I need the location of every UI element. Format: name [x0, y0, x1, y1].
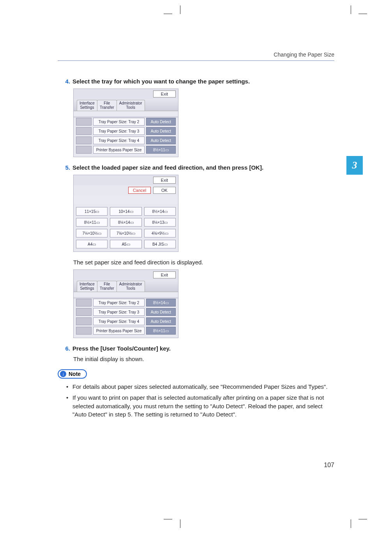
tray-value[interactable]: Auto Detect [146, 317, 176, 325]
crop-mark [164, 14, 172, 14]
tray-list: Tray Paper Size: Tray 2 8½×14▭ Tray Pape… [74, 299, 178, 338]
header-rule [58, 60, 334, 61]
step-6: 6. Press the [User Tools/Counter] key. T… [58, 345, 334, 362]
tab-administrator-tools[interactable]: Administrator Tools [117, 100, 145, 111]
note-list: For details about paper sizes selected a… [66, 383, 334, 419]
row-stub [76, 118, 92, 126]
tray-value[interactable]: 8½×11▭ [146, 146, 176, 154]
chapter-tab: 3 [346, 156, 363, 175]
note-badge: ↓ Note [58, 369, 87, 379]
size-option[interactable]: 4⅛×9½▭ [144, 229, 176, 237]
step-4: 4. Select the tray for which you want to… [58, 78, 334, 157]
step-text: Select the tray for which you want to ch… [72, 78, 334, 85]
tray-label[interactable]: Tray Paper Size: Tray 2 [93, 299, 145, 306]
step-text: Press the [User Tools/Counter] key. [72, 345, 334, 352]
tab-interface-settings[interactable]: Interface Settings [77, 100, 97, 111]
page-number: 107 [324, 462, 334, 469]
step-number: 4. [58, 78, 70, 85]
tray-label[interactable]: Printer Bypass Paper Size [93, 146, 145, 154]
table-row: Tray Paper Size: Tray 3 Auto Detect [76, 127, 176, 135]
tray-label[interactable]: Tray Paper Size: Tray 4 [93, 317, 145, 325]
tray-value[interactable]: Auto Detect [146, 136, 176, 144]
table-row: Tray Paper Size: Tray 3 Auto Detect [76, 308, 176, 316]
running-header: Changing the Paper Size [274, 51, 334, 58]
screenshot-tray-settings-after: Exit Interface Settings File Transfer Ad… [73, 269, 178, 338]
table-row: Tray Paper Size: Tray 4 Auto Detect [76, 317, 176, 325]
screenshot-paper-size-picker: Exit Cancel OK 11×15▭ 10×14▭ 8½×14▭ 8½×1… [73, 175, 178, 252]
settings-tabs: Interface Settings File Transfer Adminis… [74, 99, 178, 111]
size-option[interactable]: 7¼×10½▭ [76, 229, 108, 237]
crop-mark [358, 519, 367, 519]
table-row: Printer Bypass Paper Size 8½×11▭ [76, 327, 176, 335]
exit-button[interactable]: Exit [153, 271, 176, 278]
size-option[interactable]: A5▭ [110, 240, 141, 248]
cancel-button[interactable]: Cancel [128, 187, 151, 194]
tab-file-transfer[interactable]: File Transfer [97, 100, 117, 111]
exit-button[interactable]: Exit [153, 177, 176, 184]
table-row: Printer Bypass Paper Size 8½×11▭ [76, 146, 176, 154]
row-stub [76, 327, 92, 335]
tray-label[interactable]: Tray Paper Size: Tray 3 [93, 308, 145, 316]
note-label: Note [69, 371, 81, 377]
size-option[interactable]: 8¼×14▭ [110, 218, 141, 227]
tab-file-transfer[interactable]: File Transfer [97, 281, 117, 292]
tray-list: Tray Paper Size: Tray 2 Auto Detect Tray… [74, 118, 178, 157]
tray-value[interactable]: Auto Detect [146, 308, 176, 316]
down-arrow-icon: ↓ [60, 371, 66, 377]
body-content: 4. Select the tray for which you want to… [58, 78, 334, 480]
size-option[interactable]: A4▭ [76, 240, 108, 248]
list-item: If you want to print on paper that is se… [66, 393, 334, 419]
screenshot-tray-settings: Exit Interface Settings File Transfer Ad… [73, 89, 178, 157]
crop-mark [180, 5, 180, 14]
size-option[interactable]: 8½×11▭ [76, 218, 108, 227]
list-item: For details about paper sizes selected a… [66, 383, 334, 391]
tray-label[interactable]: Printer Bypass Paper Size [93, 327, 145, 335]
tray-value[interactable]: 8½×14▭ [146, 299, 176, 306]
tray-label[interactable]: Tray Paper Size: Tray 2 [93, 118, 145, 126]
row-stub [76, 308, 92, 316]
table-row: Tray Paper Size: Tray 4 Auto Detect [76, 136, 176, 144]
crop-mark [351, 519, 351, 528]
row-stub [76, 299, 92, 306]
table-row: Tray Paper Size: Tray 2 Auto Detect [76, 118, 176, 126]
exit-button[interactable]: Exit [153, 90, 176, 97]
paper-size-grid: 11×15▭ 10×14▭ 8½×14▭ 8½×11▭ 8¼×14▭ 8¼×13… [76, 207, 176, 248]
tray-label[interactable]: Tray Paper Size: Tray 4 [93, 136, 145, 144]
crop-mark [358, 14, 367, 14]
row-stub [76, 127, 92, 135]
tray-value[interactable]: 8½×11▭ [146, 327, 176, 335]
tray-value[interactable]: Auto Detect [146, 118, 176, 126]
table-row: Tray Paper Size: Tray 2 8½×14▭ [76, 299, 176, 306]
crop-mark [164, 519, 172, 519]
step-subtext: The set paper size and feed direction is… [73, 259, 334, 266]
row-stub [76, 136, 92, 144]
tray-value[interactable]: Auto Detect [146, 127, 176, 135]
tab-interface-settings[interactable]: Interface Settings [77, 281, 97, 292]
page: Changing the Paper Size 3 4. Select the … [0, 0, 392, 535]
step-5: 5. Select the loaded paper size and feed… [58, 164, 334, 338]
size-option[interactable]: 7⅛×10½▭ [110, 229, 141, 237]
ok-button[interactable]: OK [153, 187, 176, 194]
row-stub [76, 317, 92, 325]
step-text: Select the loaded paper size and feed di… [72, 164, 334, 171]
size-option[interactable]: B4 JIS▭ [144, 240, 176, 248]
settings-tabs: Interface Settings File Transfer Adminis… [74, 280, 178, 292]
step-number: 6. [58, 345, 70, 352]
tab-administrator-tools[interactable]: Administrator Tools [117, 281, 145, 292]
crop-mark [180, 519, 180, 528]
step-number: 5. [58, 164, 70, 171]
row-stub [76, 146, 92, 154]
size-option[interactable]: 10×14▭ [110, 207, 141, 216]
size-option[interactable]: 8¼×13▭ [144, 218, 176, 227]
step-subtext: The initial display is shown. [73, 356, 334, 362]
crop-mark [351, 5, 351, 14]
tray-label[interactable]: Tray Paper Size: Tray 3 [93, 127, 145, 135]
size-option[interactable]: 11×15▭ [76, 207, 108, 216]
size-option[interactable]: 8½×14▭ [144, 207, 176, 216]
